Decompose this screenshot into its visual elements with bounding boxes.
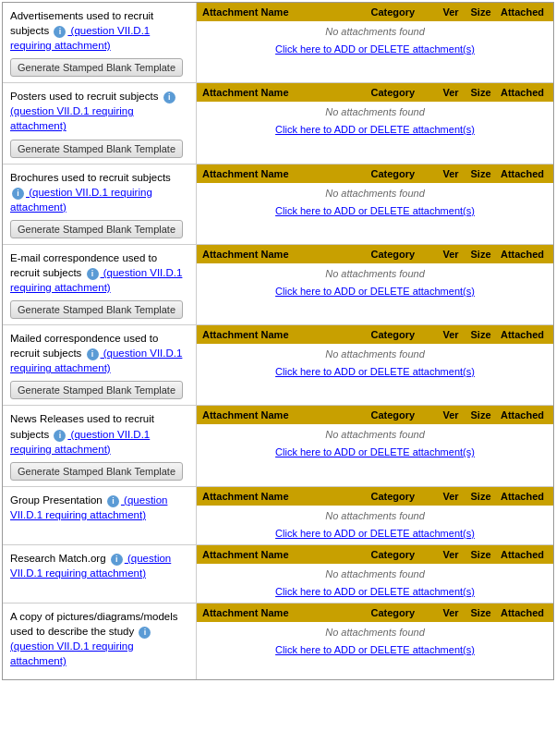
- no-attachments-group-presentation: No attachments found: [197, 506, 553, 524]
- section-title-email: E-mail correspondence used to recruit su…: [10, 250, 188, 295]
- header-col5-research-match: Attached: [497, 549, 548, 560]
- generate-btn-news[interactable]: Generate Stamped Blank Template: [10, 462, 183, 481]
- info-icon-posters[interactable]: i: [163, 91, 175, 104]
- section-row-research-match: Research Match.org i (question VII.D.1 r…: [3, 545, 553, 604]
- title-label-group-presentation: Group Presentation: [10, 494, 105, 506]
- section-title-research-match: Research Match.org i (question VII.D.1 r…: [10, 551, 188, 580]
- title-label-pictures: A copy of pictures/diagrams/models used …: [10, 611, 178, 637]
- info-icon-news[interactable]: i: [54, 430, 66, 442]
- info-icon-mailed[interactable]: i: [87, 348, 99, 360]
- no-attachments-mailed: No attachments found: [197, 344, 553, 362]
- right-col-email: Attachment NameCategoryVerSizeAttachedNo…: [197, 245, 553, 324]
- main-table: Advertisements used to recruit subjects …: [2, 2, 554, 680]
- generate-btn-advertisements[interactable]: Generate Stamped Blank Template: [10, 58, 183, 77]
- right-col-pictures: Attachment NameCategoryVerSizeAttachedNo…: [197, 604, 553, 679]
- add-delete-link-brochures[interactable]: Click here to ADD or DELETE attachment(s…: [275, 205, 475, 216]
- header-col3-brochures: Ver: [437, 168, 465, 179]
- right-col-research-match: Attachment NameCategoryVerSizeAttachedNo…: [197, 545, 553, 603]
- add-delete-link-group-presentation[interactable]: Click here to ADD or DELETE attachment(s…: [275, 528, 475, 539]
- title-label-posters: Posters used to recruit subjects: [10, 91, 162, 102]
- add-delete-link-mailed[interactable]: Click here to ADD or DELETE attachment(s…: [275, 366, 475, 377]
- no-attachments-email: No attachments found: [197, 263, 553, 282]
- header-col2-advertisements: Category: [349, 6, 437, 18]
- section-title-advertisements: Advertisements used to recruit subjects …: [10, 8, 188, 53]
- right-col-group-presentation: Attachment NameCategoryVerSizeAttachedNo…: [197, 487, 553, 544]
- add-delete-link-advertisements[interactable]: Click here to ADD or DELETE attachment(s…: [275, 43, 475, 55]
- generate-btn-mailed[interactable]: Generate Stamped Blank Template: [10, 381, 183, 399]
- add-delete-link-posters[interactable]: Click here to ADD or DELETE attachment(s…: [275, 124, 475, 135]
- header-col3-email: Ver: [437, 249, 465, 260]
- header-col3-advertisements: Ver: [437, 6, 465, 18]
- section-row-email: E-mail correspondence used to recruit su…: [3, 245, 553, 325]
- left-col-mailed: Mailed correspondence used to recruit su…: [3, 325, 197, 405]
- header-col4-email: Size: [465, 249, 497, 260]
- left-col-pictures: A copy of pictures/diagrams/models used …: [3, 604, 197, 679]
- header-col4-brochures: Size: [465, 168, 497, 179]
- generate-btn-posters[interactable]: Generate Stamped Blank Template: [10, 140, 183, 158]
- section-row-advertisements: Advertisements used to recruit subjects …: [3, 3, 553, 83]
- header-col1-pictures: Attachment Name: [202, 607, 349, 618]
- add-delete-link-pictures[interactable]: Click here to ADD or DELETE attachment(s…: [275, 644, 475, 655]
- no-attachments-research-match: No attachments found: [197, 564, 553, 582]
- header-col4-pictures: Size: [465, 607, 497, 618]
- info-icon-advertisements[interactable]: i: [54, 26, 66, 38]
- header-col2-posters: Category: [349, 87, 437, 98]
- section-row-mailed: Mailed correspondence used to recruit su…: [3, 325, 553, 406]
- header-col5-email: Attached: [497, 249, 548, 260]
- section-title-mailed: Mailed correspondence used to recruit su…: [10, 331, 188, 375]
- title-label-brochures: Brochures used to recruit subjects: [10, 172, 171, 183]
- header-col3-posters: Ver: [437, 87, 465, 98]
- section-row-group-presentation: Group Presentation i (question VII.D.1 r…: [3, 487, 553, 545]
- header-col3-research-match: Ver: [437, 549, 465, 560]
- generate-btn-email[interactable]: Generate Stamped Blank Template: [10, 300, 183, 319]
- attachment-header-group-presentation: Attachment NameCategoryVerSizeAttached: [197, 487, 553, 506]
- header-col1-posters: Attachment Name: [202, 87, 349, 98]
- attachment-header-mailed: Attachment NameCategoryVerSizeAttached: [197, 325, 553, 344]
- header-col1-email: Attachment Name: [202, 249, 349, 260]
- left-col-advertisements: Advertisements used to recruit subjects …: [3, 3, 197, 82]
- header-col5-news: Attached: [497, 409, 548, 421]
- add-delete-mailed: Click here to ADD or DELETE attachment(s…: [197, 362, 553, 383]
- attachment-header-advertisements: Attachment NameCategoryVerSizeAttached: [197, 3, 553, 21]
- header-col2-pictures: Category: [349, 607, 437, 618]
- attachment-header-posters: Attachment NameCategoryVerSizeAttached: [197, 83, 553, 102]
- info-icon-pictures[interactable]: i: [139, 627, 151, 639]
- info-icon-group-presentation[interactable]: i: [107, 495, 119, 507]
- subtitle-pictures: (question VII.D.1 requiring attachment): [10, 640, 134, 666]
- info-icon-research-match[interactable]: i: [111, 554, 123, 566]
- header-col5-advertisements: Attached: [497, 6, 548, 18]
- add-delete-news: Click here to ADD or DELETE attachment(s…: [197, 443, 553, 463]
- header-col4-research-match: Size: [465, 549, 497, 560]
- header-col4-posters: Size: [465, 87, 497, 98]
- header-col4-mailed: Size: [465, 329, 497, 340]
- generate-btn-brochures[interactable]: Generate Stamped Blank Template: [10, 220, 183, 238]
- info-icon-email[interactable]: i: [87, 268, 99, 280]
- add-delete-link-research-match[interactable]: Click here to ADD or DELETE attachment(s…: [275, 586, 475, 597]
- right-col-posters: Attachment NameCategoryVerSizeAttachedNo…: [197, 83, 553, 163]
- header-col5-posters: Attached: [497, 87, 548, 98]
- add-delete-posters: Click here to ADD or DELETE attachment(s…: [197, 120, 553, 140]
- left-col-group-presentation: Group Presentation i (question VII.D.1 r…: [3, 487, 197, 544]
- no-attachments-news: No attachments found: [197, 424, 553, 443]
- attachment-header-brochures: Attachment NameCategoryVerSizeAttached: [197, 165, 553, 183]
- section-title-news: News Releases used to recruit subjects i…: [10, 411, 188, 456]
- section-title-posters: Posters used to recruit subjects i (ques…: [10, 89, 188, 133]
- left-col-email: E-mail correspondence used to recruit su…: [3, 245, 197, 324]
- attachment-header-pictures: Attachment NameCategoryVerSizeAttached: [197, 604, 553, 622]
- header-col4-group-presentation: Size: [465, 491, 497, 502]
- header-col2-email: Category: [349, 249, 437, 260]
- title-label-research-match: Research Match.org: [10, 553, 109, 564]
- add-delete-brochures: Click here to ADD or DELETE attachment(s…: [197, 201, 553, 222]
- header-col2-group-presentation: Category: [349, 491, 437, 502]
- header-col1-group-presentation: Attachment Name: [202, 491, 349, 502]
- add-delete-link-email[interactable]: Click here to ADD or DELETE attachment(s…: [275, 286, 475, 297]
- info-icon-brochures[interactable]: i: [12, 188, 24, 200]
- header-col3-pictures: Ver: [437, 607, 465, 618]
- add-delete-research-match: Click here to ADD or DELETE attachment(s…: [197, 582, 553, 603]
- header-col4-advertisements: Size: [465, 6, 497, 18]
- add-delete-link-news[interactable]: Click here to ADD or DELETE attachment(s…: [275, 446, 475, 457]
- no-attachments-brochures: No attachments found: [197, 183, 553, 201]
- section-row-posters: Posters used to recruit subjects i (ques…: [3, 83, 553, 164]
- header-col1-brochures: Attachment Name: [202, 168, 349, 179]
- header-col1-research-match: Attachment Name: [202, 549, 349, 560]
